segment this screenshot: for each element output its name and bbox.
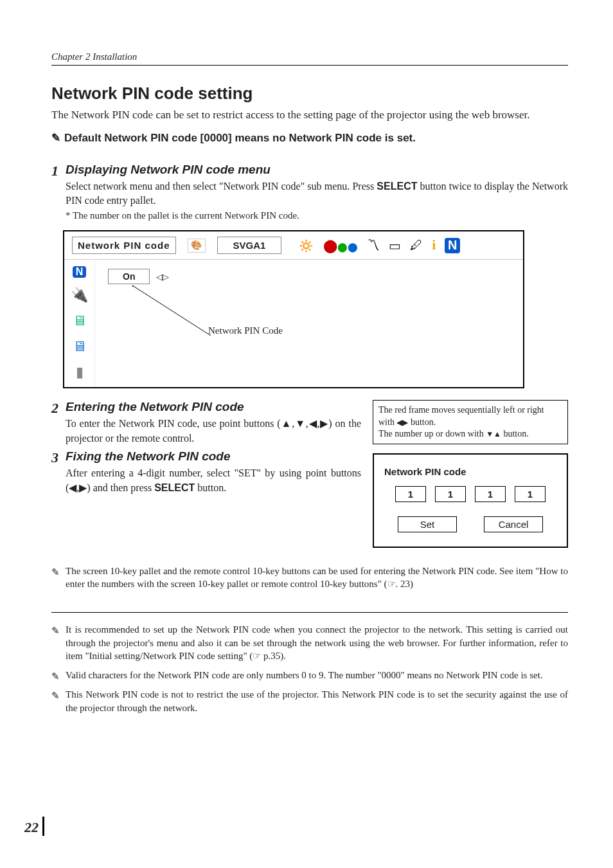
- osd-main: On ◁▷ Network PIN Code: [95, 260, 523, 387]
- pin-digits: 1 1 1 1: [384, 486, 556, 502]
- cancel-button[interactable]: Cancel: [484, 516, 543, 532]
- osd-screenshot: Network PIN code 🎨 SVGA1 🔅 ⬤⬤⬤ 〽 ▭ 🖊 i N…: [63, 230, 524, 388]
- step-number: 1: [51, 163, 58, 179]
- page-number-bar: [42, 817, 44, 836]
- tip-text: The screen 10-key pallet and the remote …: [66, 566, 568, 589]
- section-lead: The Network PIN code can be set to restr…: [51, 107, 568, 123]
- lamp-icon: 🔅: [298, 238, 314, 253]
- osd-resolution: SVGA1: [217, 237, 282, 254]
- footnote-text: It is recommended to set up the Network …: [66, 624, 568, 661]
- pencil-icon: ✎: [51, 624, 62, 637]
- network-n-icon: N: [445, 238, 460, 253]
- step-number: 3: [51, 449, 58, 466]
- osd-on-value: On: [108, 269, 150, 284]
- step-body: To enter the Network PIN code, use point…: [66, 417, 361, 446]
- screen-icon: ▭: [389, 238, 401, 253]
- running-head: Chapter 2 Installation: [51, 51, 568, 66]
- color-dots-icon: ⬤⬤⬤: [323, 238, 358, 253]
- pin-buttons: Set Cancel: [384, 516, 556, 532]
- pin-entry-box: Network PIN code 1 1 1 1 Set Cancel: [373, 453, 568, 548]
- default-pin-note: ✎Default Network PIN code [0000] means n…: [51, 131, 568, 145]
- osd-menu-label: Network PIN code: [72, 237, 176, 254]
- diag-icon: 〽: [367, 238, 380, 253]
- brush-icon: 🖊: [410, 238, 423, 253]
- hint-text: button.: [503, 429, 528, 439]
- osd-toolbar: 🔅 ⬤⬤⬤ 〽 ▭ 🖊 i N: [298, 238, 460, 253]
- pin-digit-3[interactable]: 1: [475, 486, 506, 502]
- page-number: 22: [24, 817, 44, 836]
- pc1-icon: 🖥: [73, 312, 87, 329]
- adapter-icon: 🔌: [71, 287, 88, 303]
- left-right-arrows-icon: ◁▷: [156, 272, 169, 282]
- osd-header: Network PIN code 🎨 SVGA1 🔅 ⬤⬤⬤ 〽 ▭ 🖊 i N: [64, 231, 523, 260]
- info-icon: i: [432, 238, 436, 253]
- pencil-icon: ✎: [51, 689, 62, 702]
- step-star-note: * The number on the pallet is the curren…: [66, 210, 568, 221]
- palette-icon: 🎨: [188, 239, 206, 253]
- select-keyword: SELECT: [377, 181, 417, 192]
- pencil-icon: ✎: [51, 131, 62, 145]
- pencil-icon: ✎: [51, 566, 62, 579]
- osd-callout-label: Network PIN Code: [208, 325, 283, 336]
- right-arrow-icon: ▶: [402, 418, 408, 427]
- pc2-icon: 🖥: [73, 338, 87, 355]
- osd-sidebar: N 🔌 🖥 🖥 ▮: [64, 260, 95, 387]
- pin-entry-title: Network PIN code: [384, 466, 556, 477]
- svg-point-1: [132, 285, 134, 287]
- network-n-icon: N: [73, 266, 87, 278]
- hint-box: The red frame moves sequentially left or…: [373, 400, 568, 444]
- pin-digit-1[interactable]: 1: [395, 486, 426, 502]
- step-2: 2 Entering the Network PIN code To enter…: [51, 400, 361, 446]
- default-pin-text: Default Network PIN code [0000] means no…: [64, 132, 416, 144]
- footnote-1: ✎ It is recommended to set up the Networ…: [51, 623, 568, 662]
- footnote-2: ✎ Valid characters for the Network PIN c…: [51, 669, 568, 682]
- svg-line-0: [132, 285, 211, 336]
- step-body-a: Select network menu and then select "Net…: [66, 181, 377, 192]
- hint-text: button.: [411, 417, 436, 427]
- step-body-b: button.: [195, 482, 226, 493]
- tip-10key: ✎ The screen 10-key pallet and the remot…: [51, 565, 568, 591]
- up-arrow-icon: ▲: [493, 429, 501, 439]
- separator: [51, 612, 568, 613]
- down-arrow-icon: ▼: [486, 429, 493, 439]
- step-3: 3 Fixing the Network PIN code After ente…: [51, 449, 361, 495]
- hint-line-2: The number up or down with ▼▲ button.: [378, 428, 562, 440]
- pin-digit-4[interactable]: 1: [515, 486, 546, 502]
- hint-text: The number up or down with: [378, 429, 484, 439]
- hint-line-1: The red frame moves sequentially left or…: [378, 404, 562, 428]
- step-1: 1 Displaying Network PIN code menu Selec…: [51, 163, 568, 222]
- card-icon: ▮: [76, 364, 84, 381]
- pin-digit-2[interactable]: 1: [435, 486, 466, 502]
- pencil-icon: ✎: [51, 670, 62, 683]
- step-title: Fixing the Network PIN code: [66, 449, 361, 464]
- leader-line: [132, 285, 211, 336]
- section-title: Network PIN code setting: [51, 84, 568, 104]
- step-body: After entering a 4-digit number, select …: [66, 466, 361, 495]
- step-body: Select network menu and then select "Net…: [66, 179, 568, 208]
- footnote-3: ✎ This Network PIN code is not to restri…: [51, 688, 568, 714]
- page-number-value: 22: [24, 819, 39, 835]
- set-button[interactable]: Set: [398, 516, 457, 532]
- step-number: 2: [51, 400, 58, 417]
- footnote-text: Valid characters for the Network PIN cod…: [66, 670, 543, 680]
- step-title: Entering the Network PIN code: [66, 400, 361, 414]
- step-title: Displaying Network PIN code menu: [66, 163, 568, 177]
- select-keyword: SELECT: [154, 482, 195, 493]
- footnote-text: This Network PIN code is not to restrict…: [66, 689, 568, 712]
